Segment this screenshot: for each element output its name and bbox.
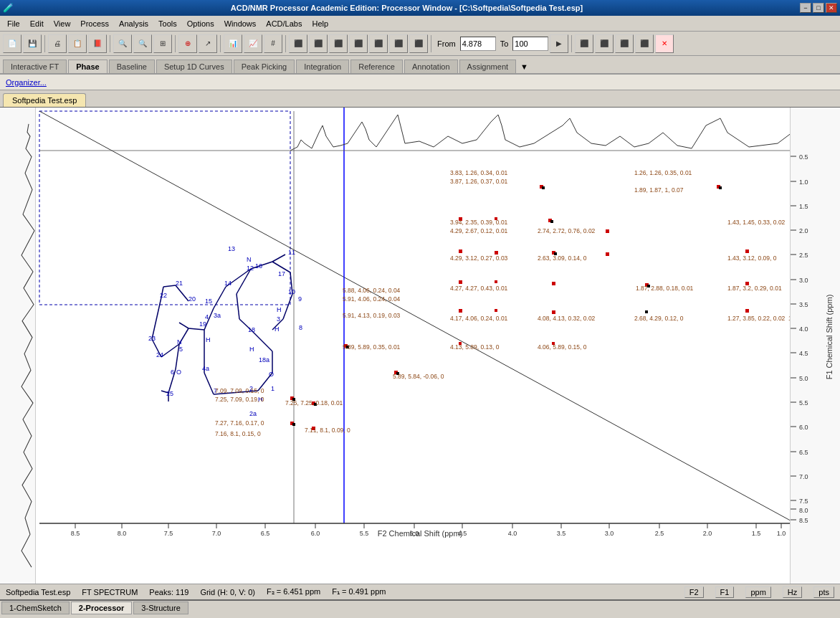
toolbar-b3[interactable]: ⬛: [329, 34, 348, 53]
tab-assignment[interactable]: Assignment: [459, 60, 516, 73]
svg-text:5.5: 5.5: [360, 530, 369, 537]
pts-button[interactable]: pts: [813, 586, 834, 598]
toolbar-new[interactable]: 📄: [3, 34, 22, 53]
menu-item-file[interactable]: File: [3, 18, 24, 29]
tab-reference[interactable]: Reference: [350, 60, 403, 73]
tab-baseline[interactable]: Baseline: [109, 60, 155, 73]
svg-text:F1 Chemical Shift (ppm): F1 Chemical Shift (ppm): [825, 295, 834, 380]
menu-item-process[interactable]: Process: [76, 18, 113, 29]
svg-text:22: 22: [160, 292, 167, 299]
tab-annotation[interactable]: Annotation: [404, 60, 458, 73]
svg-rect-9: [719, 186, 722, 189]
ppm-button[interactable]: ppm: [745, 586, 770, 598]
svg-text:2.63, 3.09, 0.14, 0: 2.63, 3.09, 0.14, 0: [538, 255, 587, 262]
f1-button[interactable]: F1: [715, 586, 735, 598]
bottom-tab-1-chemsketch[interactable]: 1-ChemSketch: [1, 602, 70, 614]
tab-integration[interactable]: Integration: [296, 60, 349, 73]
svg-text:F2 Chemical Shift (ppm): F2 Chemical Shift (ppm): [378, 529, 463, 538]
svg-rect-44: [292, 423, 295, 426]
organizer-link[interactable]: Organizer...: [6, 78, 47, 87]
bottom-tab-3-structure[interactable]: 3-Structure: [133, 602, 188, 614]
svg-text:7.5: 7.5: [164, 530, 173, 537]
toolbar-end4[interactable]: ⬛: [635, 34, 654, 53]
titlebar-controls: − □ ✕: [800, 3, 837, 13]
minimize-button[interactable]: −: [800, 3, 811, 13]
svg-text:2.68, 4.29, 0.12, 0: 2.68, 4.29, 0.12, 0: [634, 315, 684, 322]
svg-rect-14: [606, 229, 609, 233]
svg-text:O: O: [269, 371, 274, 378]
toolbar-zoom-in[interactable]: 🔍: [113, 34, 132, 53]
to-input[interactable]: [512, 37, 548, 51]
tab-dropdown[interactable]: ▼: [517, 60, 531, 73]
toolbar-zoom-fit[interactable]: ⊞: [153, 34, 172, 53]
tab-phase[interactable]: Phase: [68, 60, 107, 73]
toolbar-b6[interactable]: ⬛: [389, 34, 408, 53]
toolbar-hash[interactable]: #: [264, 34, 282, 53]
bottom-tab-2-processor[interactable]: 2-Processor: [71, 602, 133, 614]
menu-item-analysis[interactable]: Analysis: [115, 18, 153, 29]
toolbar-close[interactable]: ✕: [655, 34, 674, 53]
svg-text:21: 21: [176, 280, 183, 287]
svg-text:4a: 4a: [202, 365, 209, 372]
svg-text:1.89, 1.87, 1, 0.07: 1.89, 1.87, 1, 0.07: [634, 186, 684, 194]
tab-interactive-ft[interactable]: Interactive FT: [3, 60, 67, 73]
svg-text:3.94, 2.35, 0.39, 0.01: 3.94, 2.35, 0.39, 0.01: [450, 219, 508, 226]
toolbar-zoom-out[interactable]: 🔍: [133, 34, 152, 53]
svg-text:7.25, 7.25, 0.18, 0.01: 7.25, 7.25, 0.18, 0.01: [285, 399, 343, 407]
maximize-button[interactable]: □: [813, 3, 824, 13]
toolbar-print2[interactable]: 📋: [68, 34, 87, 53]
toolbar-pdf[interactable]: 📕: [88, 34, 107, 53]
toolbar-b1[interactable]: ⬛: [289, 34, 307, 53]
menu-item-edit[interactable]: Edit: [26, 18, 48, 29]
svg-text:16: 16: [255, 262, 262, 270]
svg-text:2.5: 2.5: [655, 530, 664, 537]
toolbar-end2[interactable]: ⬛: [595, 34, 614, 53]
svg-text:7.16, 8.1, 0.15, 0: 7.16, 8.1, 0.15, 0: [215, 430, 261, 437]
toolbar-sep-3: [175, 35, 176, 52]
svg-text:24: 24: [156, 351, 163, 358]
from-input[interactable]: [460, 37, 496, 51]
menu-item-tools[interactable]: Tools: [154, 18, 181, 29]
hz-button[interactable]: Hz: [783, 586, 802, 598]
menu-item-help[interactable]: Help: [307, 18, 333, 29]
menu-item-view[interactable]: View: [49, 18, 75, 29]
toolbar-end1[interactable]: ⬛: [575, 34, 593, 53]
main-content: Softpedia Test.esp: [0, 108, 840, 584]
toolbar-sep-5: [285, 35, 286, 52]
svg-text:3.5: 3.5: [799, 301, 808, 308]
svg-text:6.5: 6.5: [261, 530, 270, 537]
menu-item-options[interactable]: Options: [183, 18, 219, 29]
toolbar-spec[interactable]: 📊: [224, 34, 242, 53]
toolbar-peaks[interactable]: 📈: [244, 34, 262, 53]
svg-text:4.5: 4.5: [799, 350, 808, 357]
svg-text:6: 6: [171, 369, 174, 376]
svg-text:H: H: [277, 306, 282, 313]
doc-tab-active[interactable]: Softpedia Test.esp: [3, 93, 86, 107]
f2-button[interactable]: F2: [684, 586, 704, 598]
svg-text:7.09, 7.09, 0.15, 0: 7.09, 7.09, 0.15, 0: [215, 387, 264, 394]
menu-item-acd/labs[interactable]: ACD/Labs: [262, 18, 306, 29]
toolbar-b2[interactable]: ⬛: [309, 34, 328, 53]
toolbar-print[interactable]: 🖨: [48, 34, 67, 53]
toolbar: 📄 💾 🖨 📋 📕 🔍 🔍 ⊞ ⊕ ↗ 📊 📈 # ⬛ ⬛ ⬛ ⬛ ⬛ ⬛ ⬛ …: [0, 32, 840, 56]
toolbar-end3[interactable]: ⬛: [615, 34, 634, 53]
toolbar-go[interactable]: ▶: [550, 34, 568, 53]
toolbar-pointer[interactable]: ↗: [199, 34, 217, 53]
svg-text:25: 25: [166, 390, 173, 397]
close-button[interactable]: ✕: [826, 3, 837, 13]
toolbar-save[interactable]: 💾: [23, 34, 42, 53]
svg-text:1.27, 3.85, 0.22, 0.02: 1.27, 3.85, 0.22, 0.02: [727, 315, 786, 322]
menu-item-windows[interactable]: Windows: [220, 18, 261, 29]
tab-setup-1d-curves[interactable]: Setup 1D Curves: [156, 60, 232, 73]
svg-text:8.0: 8.0: [118, 530, 127, 537]
svg-text:7.11, 8.1, 0.09, 0: 7.11, 8.1, 0.09, 0: [305, 427, 350, 434]
toolbar-b5[interactable]: ⬛: [369, 34, 388, 53]
toolbar-b7[interactable]: ⬛: [409, 34, 428, 53]
toolbar-b4[interactable]: ⬛: [349, 34, 368, 53]
statusbar: Softpedia Test.esp FT SPECTRUM Peaks: 11…: [0, 584, 840, 599]
tab-peak-picking[interactable]: Peak Picking: [234, 60, 295, 73]
svg-text:14: 14: [224, 280, 232, 287]
svg-text:4.5: 4.5: [458, 530, 467, 537]
svg-text:20: 20: [188, 295, 196, 303]
toolbar-select[interactable]: ⊕: [178, 34, 197, 53]
